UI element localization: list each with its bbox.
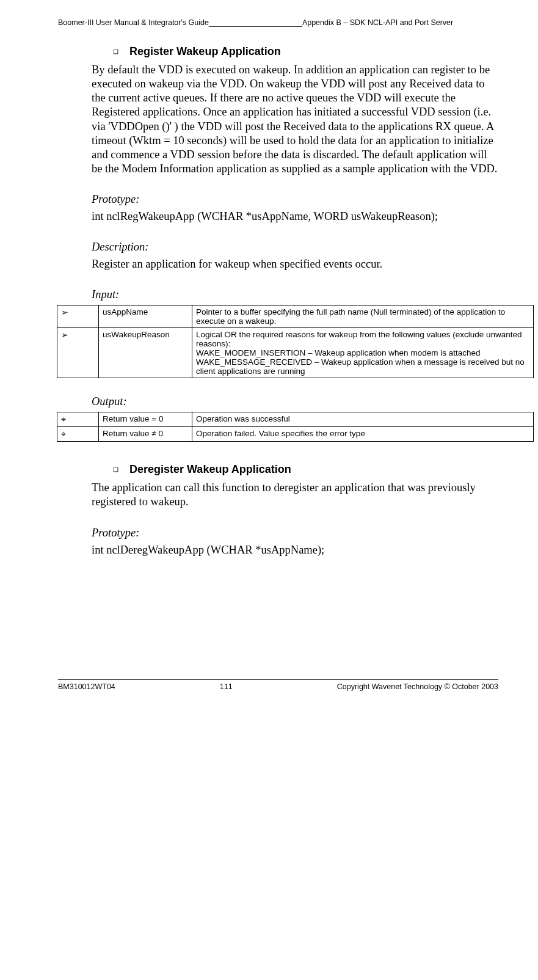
param-name-cell: Return value = 0 — [99, 412, 192, 427]
footer-left: BM310012WT04 — [58, 682, 115, 691]
input-table: ➢ usAppName Pointer to a buffer specifyi… — [57, 305, 534, 378]
bullet-icon: ❑ — [113, 48, 118, 55]
header-text: Boomer-III User Manual & Integrator's Gu… — [58, 18, 453, 27]
arrow-cell: ⌖ — [57, 412, 99, 427]
footer-right: Copyright Wavenet Technology © October 2… — [337, 682, 498, 691]
param-desc-cell: Logical OR the required reasons for wake… — [192, 328, 534, 378]
output-label: Output: — [92, 395, 498, 408]
bullet-icon: ❑ — [113, 466, 118, 473]
input-label: Input: — [92, 288, 498, 301]
param-name-cell: Return value ≠ 0 — [99, 427, 192, 442]
prototype-label-2: Prototype: — [92, 527, 498, 539]
footer-page-number: 111 — [220, 682, 233, 691]
page-footer: BM310012WT04 111 Copyright Wavenet Techn… — [58, 679, 498, 691]
prototype-label: Prototype: — [92, 193, 498, 206]
param-desc-cell: Pointer to a buffer specifying the full … — [192, 305, 534, 328]
page: Boomer-III User Manual & Integrator's Gu… — [0, 0, 538, 709]
param-name-cell: usWakeupReason — [99, 328, 192, 378]
param-desc-cell: Operation failed. Value specifies the er… — [192, 427, 534, 442]
section-heading-register: ❑ Register Wakeup Application — [113, 45, 498, 58]
heading-text: Register Wakeup Application — [129, 45, 281, 58]
page-header: Boomer-III User Manual & Integrator's Gu… — [58, 18, 498, 27]
table-row: ⌖ Return value ≠ 0 Operation failed. Val… — [57, 427, 534, 442]
table-row: ⌖ Return value = 0 Operation was success… — [57, 412, 534, 427]
prototype-text-2: int nclDeregWakeupApp (WCHAR *usAppName)… — [92, 543, 498, 557]
description-text: Register an application for wakeup when … — [92, 257, 498, 271]
table-row: ➢ usWakeupReason Logical OR the required… — [57, 328, 534, 378]
section-body-deregister: The application can call this function t… — [92, 481, 498, 509]
section-heading-deregister: ❑ Deregister Wakeup Application — [113, 463, 498, 476]
arrow-cell: ⌖ — [57, 427, 99, 442]
param-name-cell: usAppName — [99, 305, 192, 328]
arrow-cell: ➢ — [57, 328, 99, 378]
prototype-text: int nclRegWakeupApp (WCHAR *usAppName, W… — [92, 210, 498, 224]
heading-text: Deregister Wakeup Application — [129, 463, 291, 476]
arrow-cell: ➢ — [57, 305, 99, 328]
output-table: ⌖ Return value = 0 Operation was success… — [57, 412, 534, 442]
param-desc-cell: Operation was successful — [192, 412, 534, 427]
section-body-register: By default the VDD is executed on wakeup… — [92, 63, 498, 176]
table-row: ➢ usAppName Pointer to a buffer specifyi… — [57, 305, 534, 328]
description-label: Description: — [92, 241, 498, 254]
